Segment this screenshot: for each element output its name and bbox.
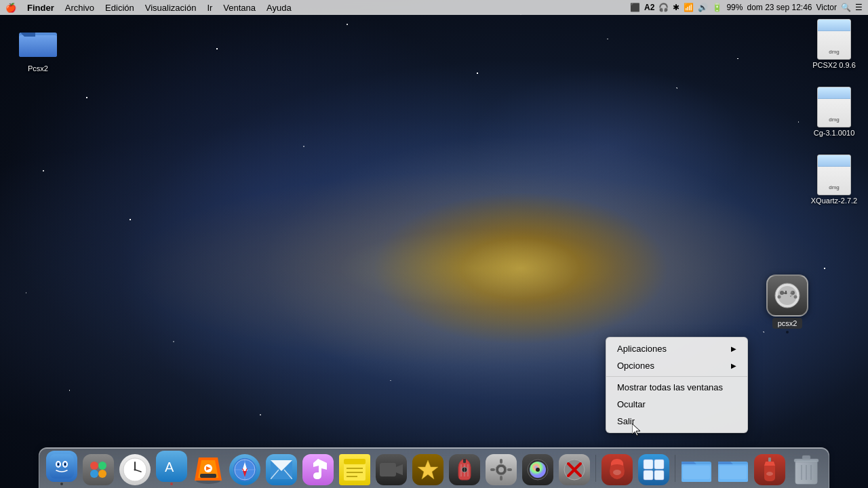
dock-item-mail[interactable] — [264, 454, 298, 485]
search-icon[interactable]: 🔍 — [841, 3, 851, 12]
datetime[interactable]: dom 23 sep 12:46 — [747, 3, 812, 12]
dock-item-facetime[interactable] — [374, 454, 408, 485]
list-icon[interactable]: ☰ — [855, 3, 863, 12]
dock-item-stickies[interactable] — [338, 454, 372, 485]
ventana-menu[interactable]: Ventana — [218, 0, 261, 15]
dock-item-folder1[interactable] — [679, 454, 713, 485]
dock-item-launchpad[interactable] — [81, 454, 115, 485]
apple-menu[interactable]: 🍎 — [0, 0, 22, 15]
svg-point-64 — [498, 467, 504, 472]
submenu-arrow-opciones: ▶ — [731, 362, 736, 369]
dock-item-garageband[interactable] — [448, 454, 481, 485]
svg-rect-55 — [380, 463, 396, 476]
disk-icon-pcsx2: dmg — [815, 20, 853, 58]
svg-marker-56 — [396, 464, 403, 475]
launchpad-icon — [83, 454, 114, 485]
dock-item-winery[interactable] — [753, 454, 787, 485]
svg-rect-67 — [490, 468, 495, 471]
context-menu-opciones[interactable]: Opciones ▶ — [606, 357, 747, 374]
context-menu-ocultar[interactable]: Ocultar — [606, 396, 747, 413]
folder1-icon — [681, 454, 712, 485]
growl-icon — [412, 454, 443, 485]
svg-point-22 — [64, 464, 66, 466]
winery-icon — [754, 454, 785, 485]
disk-label-xquartz: XQuartz-2.7.2 — [811, 197, 857, 205]
wifi-icon[interactable]: 📶 — [684, 3, 694, 12]
svg-point-26 — [98, 470, 106, 478]
svg-point-25 — [90, 470, 98, 478]
svg-point-21 — [58, 464, 59, 466]
dock-item-wineskin[interactable] — [600, 454, 634, 485]
visualizacion-menu[interactable]: Visualización — [140, 0, 202, 15]
finder-indicator — [60, 483, 63, 485]
svg-marker-57 — [418, 460, 438, 479]
trash-icon — [791, 454, 822, 485]
svg-rect-65 — [500, 459, 502, 464]
safari-icon — [229, 454, 260, 485]
dock-item-appstore[interactable]: A — [155, 451, 189, 485]
svg-point-7 — [791, 291, 795, 295]
screen-mirroring-icon[interactable]: ⬛ — [630, 3, 640, 12]
archivo-menu[interactable]: Archivo — [60, 0, 100, 15]
dock-item-wine[interactable] — [637, 454, 671, 485]
dvdplayer-icon — [522, 454, 553, 485]
username[interactable]: Victor — [816, 3, 837, 12]
dock-item-sysprefs[interactable] — [484, 454, 518, 485]
svg-point-5 — [778, 286, 797, 305]
dock-item-folder2[interactable] — [716, 454, 750, 485]
dock-item-itunes[interactable] — [301, 454, 335, 485]
dock-item-growl[interactable] — [411, 454, 445, 485]
svg-rect-11 — [784, 293, 787, 294]
disk-label-cg: Cg-3.1.0010 — [814, 129, 855, 138]
ayuda-menu[interactable]: Ayuda — [261, 0, 297, 15]
finder-icon — [46, 451, 77, 482]
desktop-icon-cg-dmg[interactable]: dmg Cg-3.1.0010 — [807, 88, 861, 138]
svg-point-14 — [791, 294, 793, 296]
svg-rect-82 — [683, 466, 710, 479]
headphones-icon[interactable]: 🎧 — [658, 3, 669, 12]
pcsx2-active-dock-item[interactable]: pcsx2 — [766, 274, 808, 333]
folder-label: Pcsx2 — [28, 64, 48, 73]
context-menu-mostrar[interactable]: Mostrar todas las ventanas — [606, 379, 747, 396]
svg-point-6 — [780, 291, 784, 295]
dock-item-vlc[interactable] — [191, 454, 225, 485]
svg-rect-51 — [344, 459, 366, 464]
bluetooth-icon[interactable]: ✱ — [673, 3, 679, 12]
svg-rect-68 — [507, 468, 512, 471]
dock-item-finder[interactable] — [45, 451, 79, 485]
dock: A — [39, 447, 829, 488]
svg-rect-79 — [654, 470, 664, 480]
vlc-icon — [193, 454, 224, 485]
desktop-icon-pcsx2-folder[interactable]: Pcsx2 — [11, 24, 65, 73]
clock-icon — [119, 454, 151, 485]
dock-item-trash[interactable] — [789, 454, 823, 485]
svg-point-13 — [791, 291, 793, 293]
dock-item-dvdplayer[interactable] — [521, 454, 555, 485]
mail-icon — [266, 454, 297, 485]
desktop-icon-xquartz-dmg[interactable]: dmg XQuartz-2.7.2 — [807, 156, 861, 205]
ir-menu[interactable]: Ir — [201, 0, 218, 15]
svg-text:A: A — [165, 460, 174, 474]
context-menu-aplicaciones[interactable]: Aplicaciones ▶ — [606, 340, 747, 357]
pcsx2-dock-label: pcsx2 — [772, 318, 803, 329]
disk-icon-cg: dmg — [815, 88, 853, 126]
dock-item-safari[interactable] — [228, 454, 262, 485]
svg-rect-94 — [802, 455, 810, 460]
dock-item-crossover[interactable] — [557, 454, 591, 485]
stickies-icon — [339, 454, 370, 485]
desktop: 🍎 Finder Archivo Edición Visualización I… — [0, 0, 868, 488]
svg-point-24 — [98, 462, 106, 470]
submenu-arrow-aplicaciones: ▶ — [731, 345, 736, 352]
dock-item-clock[interactable] — [118, 454, 152, 485]
audio2-icon[interactable]: A2 — [644, 3, 654, 12]
finder-menu[interactable]: Finder — [22, 0, 60, 15]
svg-rect-36 — [200, 474, 216, 478]
context-menu-salir[interactable]: Salir — [606, 413, 747, 430]
menubar-right: ⬛ A2 🎧 ✱ 📶 🔊 🔋 99% dom 23 sep 12:46 Vict… — [630, 3, 868, 12]
svg-rect-16 — [50, 454, 74, 479]
desktop-icon-pcsx2-dmg[interactable]: dmg PCSX2 0.9.6 — [807, 20, 861, 70]
garageband-icon — [449, 454, 480, 485]
context-menu: Aplicaciones ▶ Opciones ▶ Mostrar todas … — [606, 337, 748, 433]
volume-icon[interactable]: 🔊 — [698, 3, 708, 12]
edicion-menu[interactable]: Edición — [100, 0, 140, 15]
